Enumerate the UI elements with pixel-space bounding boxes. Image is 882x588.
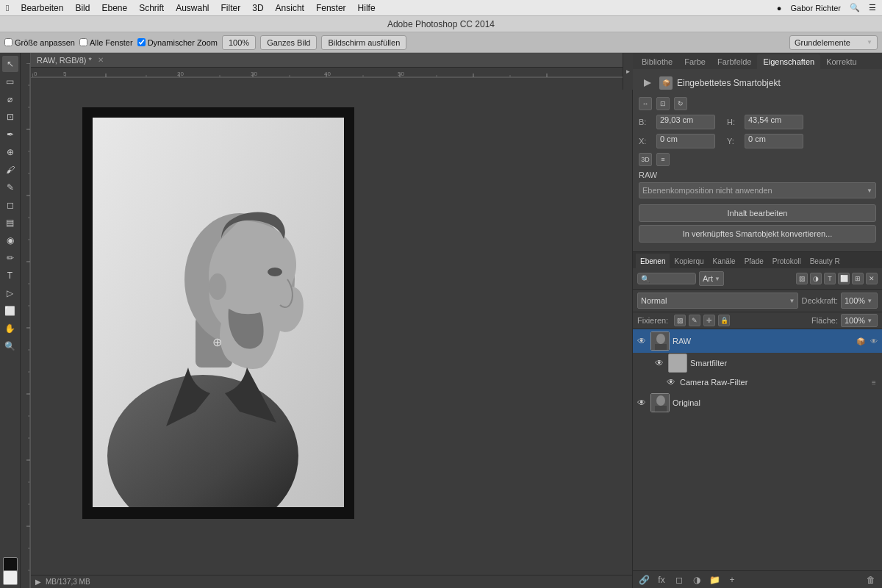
- clone-tool[interactable]: ✎: [2, 179, 18, 196]
- pixel-filter-icon[interactable]: ▨: [796, 273, 808, 284]
- menu-bild[interactable]: Bild: [75, 3, 90, 13]
- b-input[interactable]: 29,03 cm: [656, 115, 715, 129]
- tab-pfade[interactable]: Pfade: [740, 254, 768, 268]
- eyedrop-tool[interactable]: ✒: [2, 126, 18, 143]
- layer-row-smartfilter[interactable]: 👁 Smartfilter: [633, 353, 882, 373]
- tab-farbe[interactable]: Farbe: [678, 54, 711, 69]
- fit-checkbox-input[interactable]: [4, 38, 12, 46]
- add-mask-icon[interactable]: ◻: [673, 573, 686, 587]
- delete-layer-btn[interactable]: 🗑: [864, 573, 878, 587]
- y-input[interactable]: 0 cm: [745, 134, 803, 148]
- dynamic-zoom-checkbox[interactable]: Dynamischer Zoom: [137, 38, 218, 47]
- properties-play-btn[interactable]: [639, 75, 655, 91]
- gradient-tool[interactable]: ▤: [2, 215, 18, 231]
- fill-screen-btn[interactable]: Bildschirm ausfüllen: [321, 35, 406, 50]
- burn-tool[interactable]: ◉: [2, 232, 18, 248]
- transform-scale-icon[interactable]: ⊡: [656, 97, 670, 110]
- transform-move-icon[interactable]: ↔: [639, 97, 652, 110]
- zoom-value-btn[interactable]: 100%: [222, 35, 256, 50]
- menu-ansicht[interactable]: Ansicht: [276, 3, 304, 13]
- list-icon[interactable]: ☰: [869, 3, 876, 12]
- cameraraw-options-icon[interactable]: ≡: [869, 377, 879, 387]
- tab-eigenschaften[interactable]: Eigenschaften: [757, 54, 820, 69]
- tab-ebenen[interactable]: Ebenen: [636, 254, 670, 268]
- tab-kanale[interactable]: Kanäle: [709, 254, 740, 268]
- tab-protokoll[interactable]: Protokoll: [768, 254, 806, 268]
- link-layers-icon[interactable]: 🔗: [637, 573, 650, 587]
- composition-dropdown[interactable]: Ebenenkomposition nicht anwenden ▼: [639, 182, 876, 198]
- fit-image-btn[interactable]: Ganzes Bild: [260, 35, 317, 50]
- layer-row-cameraraw[interactable]: 👁 Camera Raw-Filter ≡: [633, 373, 882, 391]
- eraser-tool[interactable]: ◻: [2, 197, 18, 213]
- tab-kopierqu[interactable]: Kopierqu: [670, 254, 708, 268]
- x-input[interactable]: 0 cm: [656, 134, 715, 148]
- collapse-panels-btn[interactable]: ►: [623, 53, 633, 90]
- menu-ebene[interactable]: Ebene: [101, 3, 127, 13]
- lock-move-icon[interactable]: ✛: [703, 315, 715, 326]
- hand-tool[interactable]: ✋: [2, 320, 18, 337]
- path-tool[interactable]: ▷: [2, 285, 18, 301]
- new-layer-icon[interactable]: +: [725, 573, 739, 587]
- search-icon[interactable]: 🔍: [850, 3, 860, 12]
- blend-mode-dropdown[interactable]: Normal ▼: [637, 293, 798, 309]
- layer-row-raw[interactable]: 👁 RAW 📦 👁: [633, 329, 882, 353]
- play-btn[interactable]: ▶: [35, 578, 41, 586]
- select-tool[interactable]: ▭: [2, 74, 18, 90]
- shape-filter-icon[interactable]: ⬜: [838, 273, 850, 284]
- canvas-wrapper[interactable]: ⊕: [31, 78, 632, 575]
- brush-tool[interactable]: 🖌: [2, 162, 18, 178]
- add-style-icon[interactable]: fx: [655, 573, 668, 587]
- layer-vis-cameraraw[interactable]: 👁: [665, 376, 677, 388]
- menu-3d[interactable]: 3D: [252, 3, 263, 13]
- convert-linked-btn[interactable]: In verknüpftes Smartobjekt konvertieren.…: [639, 225, 876, 243]
- text-tool[interactable]: T: [2, 268, 18, 284]
- 3d-icon[interactable]: 3D: [639, 153, 652, 166]
- layer-stack-icon[interactable]: ≡: [656, 153, 670, 166]
- fit-checkbox[interactable]: Größe anpassen: [4, 38, 75, 47]
- move-tool[interactable]: ↖: [2, 56, 18, 72]
- opacity-value[interactable]: 100% ▼: [841, 293, 878, 309]
- h-input[interactable]: 43,54 cm: [745, 115, 803, 129]
- layer-vis-smartfilter[interactable]: 👁: [653, 357, 665, 369]
- all-windows-checkbox[interactable]: Alle Fenster: [79, 38, 133, 47]
- menu-fenster[interactable]: Fenster: [316, 3, 346, 13]
- workspace-dropdown[interactable]: Grundelemente ▼: [789, 35, 878, 50]
- tab-beauty[interactable]: Beauty R: [806, 254, 845, 268]
- new-group-icon[interactable]: 📁: [708, 573, 721, 587]
- foreground-color[interactable]: [3, 557, 18, 572]
- new-adjustment-icon[interactable]: ◑: [690, 573, 703, 587]
- background-color[interactable]: [3, 570, 18, 585]
- layer-type-input[interactable]: [651, 274, 688, 283]
- lock-pixel-icon[interactable]: ▨: [674, 315, 686, 326]
- layer-type-dropdown[interactable]: Art ▼: [699, 271, 724, 286]
- tab-farbfelde[interactable]: Farbfelde: [711, 54, 757, 69]
- menu-hilfe[interactable]: Hilfe: [358, 3, 376, 13]
- delete-layer-icon[interactable]: ✕: [866, 273, 878, 284]
- edit-content-btn[interactable]: Inhalt bearbeiten: [639, 204, 876, 222]
- pen-tool[interactable]: ✏: [2, 250, 18, 266]
- menu-auswahl[interactable]: Auswahl: [176, 3, 209, 13]
- transform-rotate-icon[interactable]: ↻: [674, 97, 687, 110]
- text-filter-icon[interactable]: T: [824, 273, 836, 284]
- layer-vis-original[interactable]: 👁: [636, 397, 648, 409]
- heal-tool[interactable]: ⊕: [2, 144, 18, 160]
- canvas-close-btn[interactable]: ✕: [98, 56, 104, 64]
- lock-position-icon[interactable]: ✎: [689, 315, 700, 326]
- tab-bibliothe[interactable]: Bibliothe: [636, 54, 678, 69]
- layer-vis-raw[interactable]: 👁: [636, 335, 648, 347]
- shape-tool[interactable]: ⬜: [2, 303, 18, 319]
- all-windows-input[interactable]: [79, 38, 87, 46]
- layer-row-original[interactable]: 👁 Original: [633, 391, 882, 415]
- fill-value[interactable]: 100% ▼: [841, 314, 878, 327]
- zoom-tool[interactable]: 🔍: [2, 338, 18, 354]
- layer-visibility-end[interactable]: 👁: [869, 336, 879, 346]
- tab-korrektu[interactable]: Korrektu: [820, 54, 863, 69]
- apple-menu[interactable]: : [6, 3, 9, 13]
- dynamic-zoom-input[interactable]: [137, 38, 146, 46]
- smart-filter-icon[interactable]: ⊞: [852, 273, 864, 284]
- menu-filter[interactable]: Filter: [221, 3, 241, 13]
- lock-all-icon[interactable]: 🔒: [718, 315, 730, 326]
- menu-bearbeiten[interactable]: Bearbeiten: [21, 3, 63, 13]
- adjust-filter-icon[interactable]: ◑: [810, 273, 822, 284]
- crop-tool[interactable]: ⊡: [2, 109, 18, 125]
